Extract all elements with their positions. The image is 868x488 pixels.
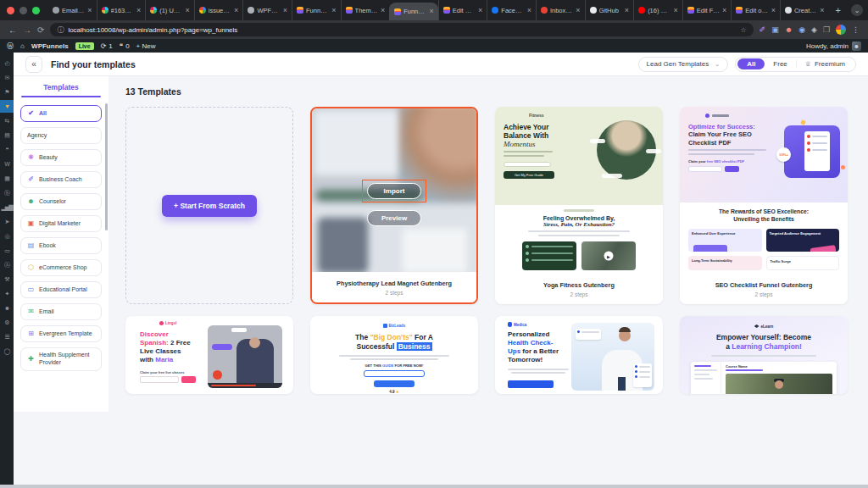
browser-tab[interactable]: Creator U… ×	[780, 0, 829, 20]
wp-menu-item-icon[interactable]: ❝	[0, 143, 14, 156]
admin-bar-account[interactable]: Howdy, admin ☻	[806, 42, 861, 51]
filter-freemium-button[interactable]: ♕ Freemium	[796, 60, 854, 68]
preview-button[interactable]: Preview	[367, 210, 421, 226]
template-card-physiotherapy[interactable]: Import Preview Physiotherapy Lead Magnet…	[310, 107, 478, 304]
new-content-button[interactable]: + New	[136, 42, 156, 50]
browser-tab[interactable]: (16) SHU… ×	[633, 0, 682, 20]
template-card-bizleads[interactable]: BizLeads The "Big Don'ts" For A Successf…	[310, 316, 478, 394]
filter-free-button[interactable]: Free	[765, 60, 795, 68]
zoom-window-button[interactable]	[32, 7, 40, 14]
category-item[interactable]: ⊞ Evergreen Template	[20, 325, 102, 342]
import-button[interactable]: Import	[367, 183, 421, 199]
wp-menu-item-icon[interactable]: Ⓐ	[0, 258, 14, 271]
extension-icon[interactable]: ✐	[760, 26, 766, 34]
tab-close-icon[interactable]: ×	[283, 7, 287, 14]
new-tab-button[interactable]: +	[829, 5, 848, 15]
category-item[interactable]: ❋ Beauty	[20, 149, 102, 166]
wp-menu-item-icon[interactable]: ⇆	[0, 114, 14, 127]
wp-menu-item-icon[interactable]: W	[0, 158, 14, 170]
tab-close-icon[interactable]: ×	[820, 7, 824, 14]
category-item[interactable]: ▣ Digital Marketer	[20, 215, 102, 232]
wp-menu-item-icon[interactable]: ▭	[0, 244, 14, 257]
minimize-window-button[interactable]	[19, 7, 27, 14]
wp-menu-item-icon[interactable]: ☰	[0, 330, 14, 343]
browser-tab[interactable]: Edit Funn… ×	[682, 0, 732, 20]
reload-icon[interactable]: ⟳	[37, 25, 44, 35]
extension-icon[interactable]: ❒	[823, 26, 830, 34]
template-card-medica[interactable]: Medica Personalized Health Check- Ups fo…	[495, 316, 663, 394]
category-item[interactable]: ✐ Business Coach	[20, 171, 102, 188]
tab-close-icon[interactable]: ×	[381, 7, 385, 14]
tab-close-icon[interactable]: ×	[625, 7, 629, 14]
tab-close-icon[interactable]: ×	[429, 8, 433, 15]
browser-menu-icon[interactable]: ⋮	[852, 26, 860, 34]
browser-tab[interactable]: Edit Docu… ×	[438, 0, 487, 20]
back-icon[interactable]: ←	[8, 25, 17, 35]
bookmark-star-icon[interactable]: ☆	[740, 26, 746, 34]
browser-tab[interactable]: Email rev… ×	[48, 0, 97, 20]
tab-templates[interactable]: Templates	[14, 76, 108, 96]
wp-menu-item-icon[interactable]: Ⓢ	[0, 186, 14, 199]
wp-menu-item-icon[interactable]: ✦	[0, 287, 14, 300]
browser-tab[interactable]: GitHub ×	[585, 0, 634, 20]
tab-close-icon[interactable]: ×	[136, 7, 141, 14]
template-card-spanish[interactable]: Lingol Discover Spanish: 2 Free Live Cla…	[125, 316, 293, 394]
category-item[interactable]: ✉ Email	[20, 303, 102, 320]
tab-close-icon[interactable]: ×	[186, 7, 190, 14]
site-name-link[interactable]: ⌂ WPFunnels	[20, 42, 69, 50]
profile-avatar[interactable]	[836, 25, 846, 35]
wp-menu-item-icon[interactable]: ⚙	[0, 316, 14, 329]
browser-tab[interactable]: Edit orde… ×	[731, 0, 780, 20]
template-card-yoga[interactable]: Fitness Achieve YourBalance With Momentu…	[495, 107, 663, 304]
tab-close-icon[interactable]: ×	[478, 7, 482, 14]
tab-overflow-chevron-icon[interactable]: ⌄	[851, 4, 863, 16]
wp-menu-item-icon[interactable]: ⚒	[0, 273, 14, 286]
browser-tab[interactable]: Facebook ×	[487, 0, 536, 20]
browser-tab[interactable]: Inbox - m… ×	[536, 0, 585, 20]
wordpress-logo-icon[interactable]: Ⓦ	[7, 42, 14, 51]
wp-menu-item-icon[interactable]: ◎	[0, 230, 14, 242]
template-card-elearn[interactable]: eLearn Empower Yourself: Become a Learni…	[680, 316, 848, 394]
wp-menu-item-icon[interactable]: ⚑	[0, 86, 14, 98]
browser-tab[interactable]: Funnels -… ×	[292, 0, 341, 20]
category-item[interactable]: ✚ Health Supplement Provider	[20, 347, 102, 371]
category-item[interactable]: ▤ Ebook	[20, 237, 102, 254]
category-item[interactable]: ☻ Counselor	[20, 193, 102, 210]
tab-close-icon[interactable]: ×	[234, 7, 238, 14]
tab-close-icon[interactable]: ×	[722, 7, 726, 14]
extension-icon[interactable]: ▣	[771, 26, 779, 34]
wp-menu-item-icon[interactable]: ▂▅▇	[0, 201, 14, 214]
wp-menu-item-icon[interactable]: ▦	[0, 172, 14, 185]
category-item[interactable]: ⬡ eCommerce Shop	[20, 259, 102, 276]
start-from-scratch-card[interactable]: + Start From Scratch	[125, 107, 293, 304]
tab-close-icon[interactable]: ×	[331, 7, 336, 14]
filter-all-button[interactable]: All	[737, 58, 765, 69]
browser-tab[interactable]: issues-re… ×	[194, 0, 243, 20]
sidebar-scrollbar[interactable]	[105, 103, 108, 230]
template-card-seo[interactable]: Optimize for Success: Claim Your Free SE…	[680, 107, 848, 304]
address-bar[interactable]: ⓘ localhost:10008/wp-admin/admin.php?pag…	[50, 23, 753, 36]
wp-menu-item-icon[interactable]: ➤	[0, 215, 14, 228]
wp-menu-item-icon[interactable]: ☻	[0, 302, 14, 314]
back-button[interactable]: «	[25, 56, 42, 73]
start-from-scratch-button[interactable]: + Start From Scratch	[162, 195, 257, 217]
wp-menu-item-icon[interactable]: ▼	[0, 100, 14, 113]
extension-icon[interactable]: ☻	[785, 26, 793, 34]
template-type-dropdown[interactable]: Lead Gen Templates ⌄	[638, 57, 729, 72]
browser-tab[interactable]: WPFunn… ×	[242, 0, 292, 20]
wp-menu-item-icon[interactable]: ✉	[0, 71, 14, 84]
tab-close-icon[interactable]: ×	[527, 7, 531, 14]
browser-tab[interactable]: (1) Unass… ×	[145, 0, 194, 20]
url-text[interactable]: localhost:10008/wp-admin/admin.php?page=…	[68, 26, 736, 34]
wp-menu-item-icon[interactable]: ◴	[0, 57, 14, 69]
tab-close-icon[interactable]: ×	[673, 7, 677, 14]
wp-menu-item-icon[interactable]: ◯	[0, 345, 14, 358]
tab-close-icon[interactable]: ×	[771, 7, 776, 14]
tab-close-icon[interactable]: ×	[576, 7, 580, 14]
close-window-button[interactable]	[7, 7, 14, 14]
browser-tab[interactable]: Funnels -… ×	[389, 3, 438, 20]
site-info-icon[interactable]: ⓘ	[57, 25, 64, 35]
forward-icon[interactable]: →	[23, 25, 31, 35]
category-item[interactable]: Agency	[20, 127, 102, 144]
updates-link[interactable]: ⟳1	[101, 42, 113, 50]
